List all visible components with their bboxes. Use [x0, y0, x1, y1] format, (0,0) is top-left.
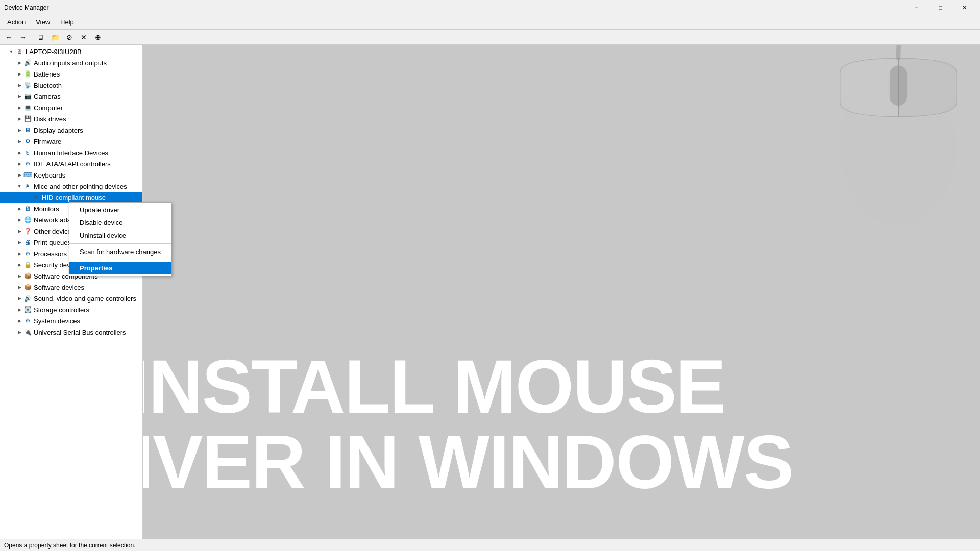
- hid-mouse-expand-icon: [24, 194, 31, 201]
- system-expand-icon: ▶: [16, 318, 22, 324]
- hid-mouse-icon: 🖱: [32, 193, 40, 202]
- sw-devices-expand-icon: ▶: [16, 284, 22, 290]
- tree-label-hid-mouse: HID-compliant mouse: [42, 194, 106, 202]
- tree-label-audio: Audio inputs and outputs: [34, 59, 107, 67]
- status-bar: Opens a property sheet for the current s…: [0, 539, 980, 551]
- tree-panel[interactable]: ▼ 🖥 LAPTOP-9I3IU28B ▶ 🔊 Audio inputs and…: [0, 45, 143, 539]
- batteries-icon: 🔋: [23, 70, 32, 78]
- audio-expand-icon: ▶: [16, 60, 22, 66]
- cameras-icon: 📷: [23, 92, 32, 101]
- security-expand-icon: ▶: [16, 262, 22, 268]
- tree-label-usb: Universal Serial Bus controllers: [34, 329, 126, 336]
- tree-label-system: System devices: [34, 317, 80, 325]
- toolbar-properties[interactable]: 🖥: [34, 31, 47, 43]
- disk-icon: 💾: [23, 115, 32, 123]
- tree-item-audio[interactable]: ▶ 🔊 Audio inputs and outputs: [0, 57, 142, 68]
- ide-expand-icon: ▶: [16, 161, 22, 167]
- right-panel: [143, 45, 980, 539]
- tree-label-bluetooth: Bluetooth: [34, 82, 62, 89]
- tree-item-batteries[interactable]: ▶ 🔋 Batteries: [0, 68, 142, 80]
- tree-root-label: LAPTOP-9I3IU28B: [26, 48, 82, 56]
- tree-label-keyboards: Keyboards: [34, 171, 65, 179]
- sound-icon: 🔊: [23, 294, 32, 303]
- context-menu-properties[interactable]: Properties: [69, 262, 171, 274]
- tree-label-disk: Disk drives: [34, 115, 66, 123]
- tree-label-sw-devices: Software devices: [34, 284, 84, 291]
- main-content: ▼ 🖥 LAPTOP-9I3IU28B ▶ 🔊 Audio inputs and…: [0, 45, 980, 539]
- close-button[interactable]: ✕: [953, 1, 976, 15]
- tree-item-mice[interactable]: ▼ 🖱 Mice and other pointing devices: [0, 181, 142, 192]
- window-controls: − □ ✕: [905, 1, 976, 15]
- menu-bar: Action View Help: [0, 15, 980, 30]
- computer-expand-icon: ▶: [16, 105, 22, 111]
- processors-expand-icon: ▶: [16, 251, 22, 257]
- usb-icon: 🔌: [23, 328, 32, 336]
- context-menu-disable-device[interactable]: Disable device: [69, 216, 171, 229]
- title-bar: Device Manager − □ ✕: [0, 0, 980, 15]
- tree-item-ide[interactable]: ▶ ⚙ IDE ATA/ATAPI controllers: [0, 158, 142, 169]
- network-expand-icon: ▶: [16, 217, 22, 223]
- tree-item-sound[interactable]: ▶ 🔊 Sound, video and game controllers: [0, 293, 142, 304]
- network-icon: 🌐: [23, 216, 32, 224]
- monitors-icon: 🖥: [23, 205, 32, 213]
- maximize-button[interactable]: □: [929, 1, 952, 15]
- menu-view[interactable]: View: [31, 16, 55, 28]
- tree-item-storage[interactable]: ▶ 💽 Storage controllers: [0, 304, 142, 315]
- keyboards-icon: ⌨: [23, 171, 32, 179]
- computer-tree-icon: 💻: [23, 104, 32, 112]
- firmware-expand-icon: ▶: [16, 138, 22, 144]
- minimize-button[interactable]: −: [905, 1, 928, 15]
- tree-item-sw-devices[interactable]: ▶ 📦 Software devices: [0, 282, 142, 293]
- tree-label-computer: Computer: [34, 104, 63, 112]
- tree-label-processors: Processors: [34, 250, 67, 258]
- tree-label-display: Display adapters: [34, 127, 83, 134]
- tree-item-system[interactable]: ▶ ⚙ System devices: [0, 315, 142, 327]
- context-menu: Update driver Disable device Uninstall d…: [69, 202, 172, 276]
- toolbar-uninstall[interactable]: ✕: [77, 31, 90, 43]
- other-icon: ❓: [23, 227, 32, 235]
- sw-components-icon: 📦: [23, 272, 32, 280]
- tree-item-display[interactable]: ▶ 🖥 Display adapters: [0, 124, 142, 136]
- tree-label-storage: Storage controllers: [34, 306, 89, 314]
- tree-item-computer[interactable]: ▶ 💻 Computer: [0, 102, 142, 113]
- tree-item-hid[interactable]: ▶ 🖱 Human Interface Devices: [0, 147, 142, 158]
- toolbar-drivers[interactable]: 📁: [48, 31, 62, 43]
- status-text: Opens a property sheet for the current s…: [4, 542, 135, 549]
- other-expand-icon: ▶: [16, 228, 22, 234]
- tree-label-mice: Mice and other pointing devices: [34, 183, 127, 190]
- tree-label-print: Print queues: [34, 239, 71, 246]
- computer-icon: 🖥: [15, 47, 23, 56]
- tree-item-keyboards[interactable]: ▶ ⌨ Keyboards: [0, 169, 142, 181]
- monitors-expand-icon: ▶: [16, 206, 22, 212]
- firmware-icon: ⚙: [23, 137, 32, 145]
- context-menu-uninstall-device[interactable]: Uninstall device: [69, 229, 171, 242]
- menu-help[interactable]: Help: [55, 16, 79, 28]
- tree-item-firmware[interactable]: ▶ ⚙ Firmware: [0, 136, 142, 147]
- tree-label-sound: Sound, video and game controllers: [34, 295, 136, 303]
- tree-item-disk[interactable]: ▶ 💾 Disk drives: [0, 113, 142, 124]
- context-menu-update-driver[interactable]: Update driver: [69, 204, 171, 216]
- disk-expand-icon: ▶: [16, 116, 22, 122]
- toolbar-forward[interactable]: →: [16, 31, 30, 43]
- display-icon: 🖥: [23, 126, 32, 134]
- context-menu-scan[interactable]: Scan for hardware changes: [69, 245, 171, 258]
- menu-action[interactable]: Action: [2, 16, 31, 28]
- processors-icon: ⚙: [23, 249, 32, 258]
- security-icon: 🔒: [23, 261, 32, 269]
- root-expand-icon: ▼: [8, 48, 14, 55]
- sw-components-expand-icon: ▶: [16, 273, 22, 279]
- storage-icon: 💽: [23, 306, 32, 314]
- tree-item-bluetooth[interactable]: ▶ 📡 Bluetooth: [0, 80, 142, 91]
- tree-item-usb[interactable]: ▶ 🔌 Universal Serial Bus controllers: [0, 327, 142, 338]
- toolbar-back[interactable]: ←: [2, 31, 15, 43]
- toolbar: ← → 🖥 📁 ⊘ ✕ ⊕: [0, 30, 980, 45]
- audio-icon: 🔊: [23, 59, 32, 67]
- context-menu-sep1: [69, 243, 171, 244]
- tree-item-cameras[interactable]: ▶ 📷 Cameras: [0, 91, 142, 102]
- keyboards-expand-icon: ▶: [16, 172, 22, 178]
- tree-root[interactable]: ▼ 🖥 LAPTOP-9I3IU28B: [0, 46, 142, 57]
- ide-icon: ⚙: [23, 160, 32, 168]
- toolbar-disable[interactable]: ⊘: [63, 31, 76, 43]
- toolbar-scan[interactable]: ⊕: [91, 31, 105, 43]
- tree-item-hid-mouse[interactable]: 🖱 HID-compliant mouse: [0, 192, 142, 203]
